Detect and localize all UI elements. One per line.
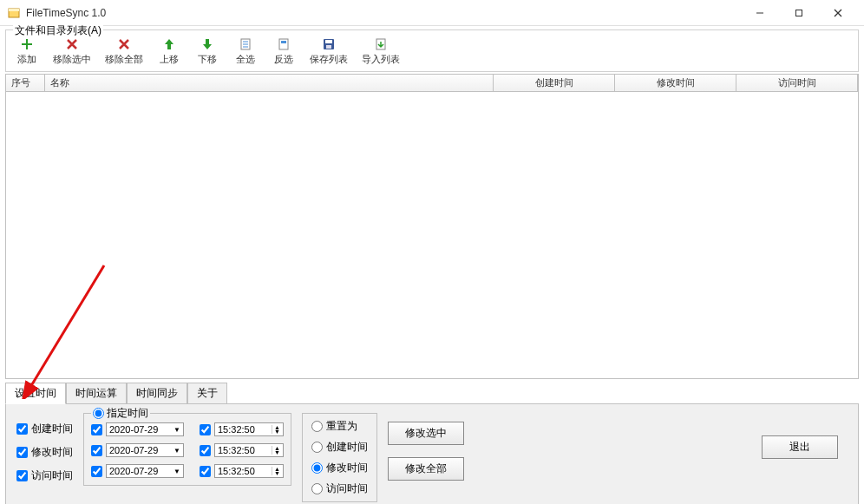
remove-selected-button[interactable]: 移除选中 <box>48 36 96 68</box>
plus-icon <box>20 37 34 51</box>
date3-enable[interactable] <box>91 466 102 477</box>
import-list-button[interactable]: 导入列表 <box>357 36 405 68</box>
svg-rect-14 <box>326 45 331 49</box>
svg-rect-13 <box>325 40 332 43</box>
x-red-icon <box>65 37 79 51</box>
checkbox-modified-time[interactable]: 修改时间 <box>16 445 73 460</box>
modify-all-button[interactable]: 修改全部 <box>388 457 464 481</box>
tab-content-set-time: 创建时间 修改时间 访问时间 指定时间 2020-07-29▼ 2020-07-… <box>5 404 859 504</box>
groupbox-legend: 文件和目录列表(A) <box>13 23 103 38</box>
col-accessed[interactable]: 访问时间 <box>736 75 858 91</box>
chevron-down-icon: ▼ <box>173 426 180 434</box>
checkbox-accessed-time[interactable]: 访问时间 <box>16 468 73 483</box>
tab-time-calc[interactable]: 时间运算 <box>66 383 127 403</box>
bottom-tabs: 设置时间 时间运算 时间同步 关于 创建时间 修改时间 访问时间 指定时间 20… <box>5 383 859 504</box>
radio-reset-modified[interactable]: 修改时间 <box>311 461 368 475</box>
svg-rect-10 <box>279 39 288 49</box>
time2-field[interactable]: 15:32:50▲▼ <box>214 443 284 457</box>
arrow-up-icon <box>162 37 176 51</box>
remove-all-button[interactable]: 移除全部 <box>100 36 148 68</box>
radio-reset-created[interactable]: 创建时间 <box>311 440 368 455</box>
x-red-icon <box>117 37 131 51</box>
svg-rect-11 <box>281 41 286 43</box>
col-name[interactable]: 名称 <box>45 75 494 91</box>
arrow-down-icon <box>200 37 214 51</box>
tab-set-time[interactable]: 设置时间 <box>5 383 66 404</box>
tab-about[interactable]: 关于 <box>187 383 227 403</box>
svg-rect-3 <box>795 10 802 16</box>
date1-enable[interactable] <box>91 424 102 435</box>
invert-selection-button[interactable]: 反选 <box>266 36 301 68</box>
table-header: 序号 名称 创建时间 修改时间 访问时间 <box>6 75 858 92</box>
file-list-groupbox: 文件和目录列表(A) 添加 移除选中 移除全部 上移 下移 全选 反选 <box>5 29 859 72</box>
table-body[interactable] <box>6 92 858 378</box>
spinner-icon[interactable]: ▲▼ <box>272 467 280 475</box>
close-button[interactable] <box>818 1 857 25</box>
document-icon <box>277 37 291 51</box>
app-icon <box>7 6 21 20</box>
date3-field[interactable]: 2020-07-29▼ <box>106 464 184 478</box>
modify-selected-button[interactable]: 修改选中 <box>388 422 464 445</box>
add-button[interactable]: 添加 <box>10 36 44 68</box>
time3-enable[interactable] <box>200 466 211 477</box>
import-icon <box>374 37 388 51</box>
select-all-button[interactable]: 全选 <box>228 36 263 68</box>
time1-field[interactable]: 15:32:50▲▼ <box>214 422 284 436</box>
time3-field[interactable]: 15:32:50▲▼ <box>214 464 284 478</box>
maximize-button[interactable] <box>779 1 818 25</box>
spinner-icon[interactable]: ▲▼ <box>272 446 280 455</box>
toolbar: 添加 移除选中 移除全部 上移 下移 全选 反选 保存列表 <box>10 36 854 68</box>
minimize-button[interactable] <box>740 1 779 25</box>
chevron-down-icon: ▼ <box>173 468 180 475</box>
radio-reset-to[interactable]: 重置为 <box>311 419 368 434</box>
specify-time-group: 指定时间 2020-07-29▼ 2020-07-29▼ 2020-07-29▼… <box>83 413 291 486</box>
col-created[interactable]: 创建时间 <box>494 75 615 91</box>
radio-specify-time[interactable]: 指定时间 <box>91 406 150 421</box>
file-table: 序号 名称 创建时间 修改时间 访问时间 <box>5 74 859 379</box>
spinner-icon[interactable]: ▲▼ <box>272 425 280 434</box>
move-down-button[interactable]: 下移 <box>190 36 225 68</box>
chevron-down-icon: ▼ <box>173 447 180 455</box>
time1-enable[interactable] <box>200 424 211 435</box>
col-modified[interactable]: 修改时间 <box>615 75 736 91</box>
save-icon <box>322 37 336 51</box>
col-index[interactable]: 序号 <box>6 75 45 91</box>
time2-enable[interactable] <box>200 445 211 456</box>
checkbox-created-time[interactable]: 创建时间 <box>16 422 73 436</box>
document-icon <box>239 37 252 51</box>
date2-enable[interactable] <box>91 445 102 456</box>
reset-to-group: 重置为 创建时间 修改时间 访问时间 <box>302 413 377 502</box>
titlebar: FileTimeSync 1.0 <box>0 0 864 26</box>
date1-field[interactable]: 2020-07-29▼ <box>106 422 184 436</box>
tab-time-sync[interactable]: 时间同步 <box>127 383 187 403</box>
save-list-button[interactable]: 保存列表 <box>304 36 353 68</box>
svg-rect-1 <box>9 9 19 11</box>
move-up-button[interactable]: 上移 <box>152 36 187 68</box>
window-title: FileTimeSync 1.0 <box>26 7 740 19</box>
radio-reset-accessed[interactable]: 访问时间 <box>311 481 368 496</box>
exit-button[interactable]: 退出 <box>762 435 838 459</box>
date2-field[interactable]: 2020-07-29▼ <box>106 443 184 457</box>
